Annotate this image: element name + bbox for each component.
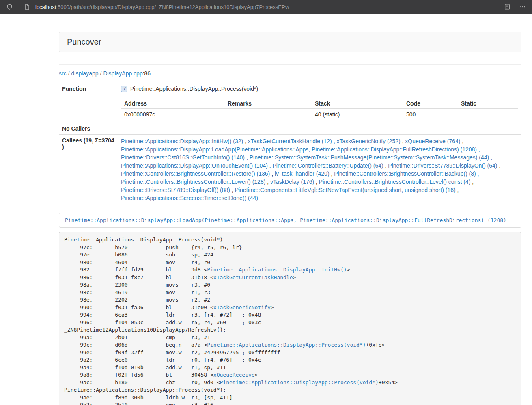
details-label-empty [59, 96, 118, 123]
callee-link[interactable]: Pinetime::System::SystemTask::PushMessag… [250, 154, 489, 161]
callee-link[interactable]: Pinetime::Controllers::BrightnessControl… [319, 179, 470, 185]
breadcrumb-link-displayapp[interactable]: displayapp [71, 70, 99, 77]
function-row: Function f Pinetime::Applications::Displ… [59, 83, 521, 96]
cell-static [458, 109, 518, 121]
callee-link[interactable]: Pinetime::Controllers::Battery::Update()… [273, 162, 383, 169]
page-title: Puncover [67, 37, 101, 46]
column-header-code: Code [403, 99, 458, 109]
url-host: localhost [35, 4, 56, 10]
no-callers-label: No Callers [59, 123, 118, 135]
page-icon[interactable] [22, 2, 31, 11]
callee-link[interactable]: Pinetime::Controllers::BrightnessControl… [121, 179, 265, 185]
selected-callee-link[interactable]: Pinetime::Applications::DisplayApp::Load… [65, 217, 506, 223]
column-header-static: Static [458, 99, 518, 109]
function-label: Function [59, 83, 118, 96]
reader-view-icon[interactable] [503, 2, 512, 11]
url-bar[interactable]: localhost:5000/path/src/displayapp/Displ… [35, 4, 289, 10]
toolbar-divider [18, 3, 18, 11]
column-header-address: Address [121, 99, 224, 109]
column-header-stack: Stack [312, 99, 403, 109]
callee-link[interactable]: Pinetime::Components::LittleVgl::SetNewT… [235, 187, 456, 193]
function-table: Function f Pinetime::Applications::Displ… [59, 83, 521, 205]
no-callers-row: No Callers [59, 123, 521, 135]
menu-icon[interactable] [518, 2, 527, 11]
callee-link[interactable]: Pinetime::Applications::DisplayApp::Init… [121, 138, 243, 144]
column-header-remarks: Remarks [224, 99, 312, 109]
callee-link[interactable]: Pinetime::Drivers::Cst816S::GetTouchInfo… [121, 154, 245, 161]
browser-toolbar: localhost:5000/path/src/displayapp/Displ… [0, 0, 532, 14]
asm-symbol-link[interactable]: xTaskGenericNotify [213, 304, 271, 310]
breadcrumb-separator: / [68, 70, 70, 77]
no-callers-cell [118, 123, 521, 135]
asm-symbol-link[interactable]: xQueueReceive [213, 372, 255, 378]
details-table: Address Remarks Stack Code Static 0x0000… [121, 99, 518, 120]
app-header: Puncover [59, 32, 521, 52]
assembly-listing: Pinetime::Applications::DisplayApp::Proc… [59, 232, 521, 405]
selected-callee-panel: Pinetime::Applications::DisplayApp::Load… [59, 213, 521, 228]
callees-row: Callees (19, Σ=3704 ) Pinetime::Applicat… [59, 135, 521, 205]
callee-link[interactable]: vTaskDelay (176) [270, 179, 314, 185]
asm-symbol-link[interactable]: Pinetime::Applications::DisplayApp::Proc… [207, 342, 366, 348]
url-path: :5000/path/src/displayapp/DisplayApp.cpp… [56, 4, 289, 10]
callee-link[interactable]: Pinetime::Controllers::BrightnessControl… [121, 170, 270, 177]
shield-icon[interactable] [5, 2, 14, 11]
callee-link[interactable]: Pinetime::Applications::DisplayApp::OnTo… [121, 162, 268, 169]
page-content: Puncover src/displayapp/DisplayApp.cpp:8… [59, 32, 521, 405]
breadcrumb-separator: / [100, 70, 102, 77]
callees-label: Callees (19, Σ=3704 ) [59, 135, 118, 205]
breadcrumb-line-number: :86 [143, 70, 151, 77]
asm-symbol-link[interactable]: xTaskGetCurrentTaskHandle [213, 274, 293, 280]
callee-link[interactable]: xQueueReceive (764) [405, 138, 460, 144]
cell-address: 0x0000097c [121, 109, 224, 121]
callee-link[interactable]: Pinetime::Controllers::BrightnessControl… [334, 170, 476, 177]
callee-link[interactable]: Pinetime::Drivers::St7789::DisplayOff() … [121, 187, 230, 193]
asm-symbol-link[interactable]: Pinetime::Applications::DisplayApp::Proc… [220, 379, 379, 386]
cell-code: 500 [403, 109, 458, 121]
cell-stack: 40 (static) [312, 109, 403, 121]
details-data-row: 0x0000097c 40 (static) 500 [121, 109, 518, 121]
details-row: Address Remarks Stack Code Static 0x0000… [59, 96, 521, 123]
callee-link[interactable]: Pinetime::Applications::Screens::Timer::… [121, 195, 258, 201]
details-cell: Address Remarks Stack Code Static 0x0000… [118, 96, 521, 123]
function-name-cell: f Pinetime::Applications::DisplayApp::Pr… [118, 83, 521, 96]
callee-link[interactable]: lv_task_handler (420) [275, 170, 330, 177]
callee-link[interactable]: xTaskGetCurrentTaskHandle (12) [248, 138, 332, 144]
callee-link[interactable]: xTaskGenericNotify (252) [336, 138, 400, 144]
breadcrumb-link-file[interactable]: DisplayApp.cpp [103, 70, 142, 77]
cell-remarks [224, 109, 312, 121]
callees-cell: Pinetime::Applications::DisplayApp::Init… [118, 135, 521, 205]
asm-symbol-link[interactable]: Pinetime::Applications::DisplayApp::Init… [207, 267, 347, 273]
divider [59, 64, 521, 65]
breadcrumb-link-src[interactable]: src [59, 70, 67, 77]
function-name: Pinetime::Applications::DisplayApp::Proc… [130, 86, 258, 92]
callees-list: Pinetime::Applications::DisplayApp::Init… [121, 137, 518, 202]
callee-link[interactable]: Pinetime::Drivers::St7789::DisplayOn() (… [388, 162, 497, 169]
callee-link[interactable]: Pinetime::Applications::DisplayApp::Load… [121, 146, 477, 153]
breadcrumb: src/displayapp/DisplayApp.cpp:86 [59, 70, 521, 77]
function-icon: f [121, 86, 127, 93]
